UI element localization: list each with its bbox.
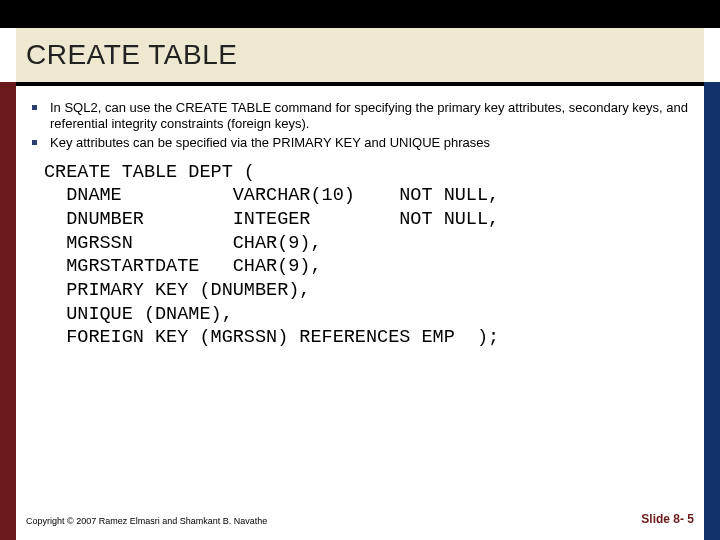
right-stripe (704, 82, 720, 540)
slide: CREATE TABLE In SQL2, can use the CREATE… (0, 0, 720, 540)
slide-title: CREATE TABLE (26, 39, 237, 71)
copyright-text: Copyright © 2007 Ramez Elmasri and Shamk… (26, 516, 267, 526)
bullet-text: Key attributes can be specified via the … (50, 135, 490, 150)
bullet-icon (32, 105, 37, 110)
list-item: In SQL2, can use the CREATE TABLE comman… (26, 100, 694, 133)
left-stripe (0, 82, 16, 540)
code-block: CREATE TABLE DEPT ( DNAME VARCHAR(10) NO… (44, 161, 694, 350)
slide-body: In SQL2, can use the CREATE TABLE comman… (26, 100, 694, 500)
title-bar: CREATE TABLE (16, 28, 704, 82)
title-underline (16, 82, 704, 86)
bullet-list: In SQL2, can use the CREATE TABLE comman… (26, 100, 694, 151)
top-black-bar (0, 0, 720, 28)
bullet-icon (32, 140, 37, 145)
page-number: Slide 8- 5 (641, 512, 694, 526)
bullet-text: In SQL2, can use the CREATE TABLE comman… (50, 100, 688, 131)
footer: Copyright © 2007 Ramez Elmasri and Shamk… (26, 512, 694, 526)
list-item: Key attributes can be specified via the … (26, 135, 694, 151)
